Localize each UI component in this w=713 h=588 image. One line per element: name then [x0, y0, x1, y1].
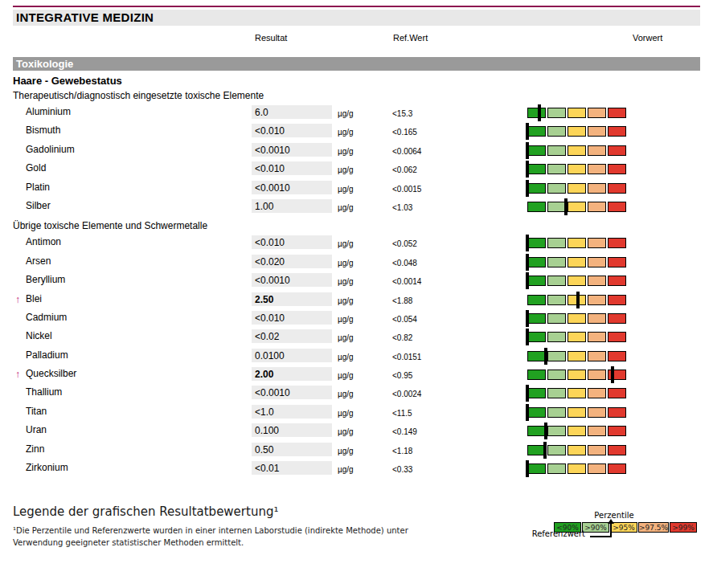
scale-segment — [527, 108, 546, 118]
table-row: ↑ Gadolinium <0.0010 µg/g <0.0064 — [0, 142, 713, 161]
percentile-marker — [526, 329, 529, 345]
scale-segment — [547, 164, 566, 174]
scale-segment — [608, 388, 626, 398]
ref-value: <0.165 — [392, 128, 417, 137]
element-name: Thallium — [26, 386, 62, 398]
legend-footnote-line1: ¹Die Perzentile und Referenzwerte wurden… — [13, 526, 408, 535]
ref-value: <0.0014 — [392, 277, 421, 286]
percentile-bar — [527, 276, 626, 286]
scale-segment — [608, 407, 626, 418]
scale-segment — [547, 313, 566, 324]
section-title-bar: Toxikologie — [13, 57, 700, 71]
unit-label: µg/g — [338, 409, 354, 418]
legend-title: Legende der grafischen Resultatbewertung… — [13, 504, 278, 519]
unit-label: µg/g — [338, 315, 354, 324]
percentile-bar — [527, 202, 626, 212]
scale-segment — [547, 145, 566, 156]
ref-value: <0.0015 — [392, 185, 421, 194]
scale-segment — [568, 463, 586, 474]
percentile-bar — [527, 463, 626, 474]
ref-value: <0.0064 — [392, 147, 421, 156]
column-header-vorwert: Vorwert — [633, 33, 662, 43]
percentile-bar — [527, 332, 626, 342]
elevated-arrow-icon: ↑ — [15, 294, 20, 305]
scale-segment — [588, 295, 606, 305]
ref-value: <0.0024 — [392, 390, 421, 398]
scale-segment — [568, 126, 586, 137]
scale-segment — [568, 164, 586, 174]
scale-segment — [527, 426, 546, 436]
result-value: 6.0 — [252, 105, 332, 119]
element-name: Gadolinium — [26, 144, 75, 155]
result-value: 0.0100 — [252, 349, 332, 362]
legend-segment: >95% — [610, 522, 637, 533]
ref-value: <1.88 — [392, 296, 412, 305]
scale-segment — [547, 463, 566, 474]
table-row: ↑ Uran 0.100 µg/g <0.149 — [0, 423, 713, 441]
percentile-bar — [527, 126, 626, 137]
element-name: Zirkonium — [26, 462, 68, 473]
table-row: ↑ Bismuth <0.010 µg/g <0.165 — [0, 123, 713, 141]
element-name: Antimon — [26, 236, 61, 247]
scale-segment — [608, 164, 626, 174]
unit-label: µg/g — [338, 277, 354, 286]
scale-segment — [527, 295, 546, 305]
scale-segment — [588, 126, 606, 137]
ref-value: <0.062 — [392, 165, 417, 174]
result-value: <0.010 — [252, 161, 332, 175]
page-title: INTEGRATIVE MEDIZIN — [13, 10, 700, 26]
referenzwert-connector-horizontal — [590, 536, 612, 537]
percentile-marker — [544, 423, 547, 439]
percentile-bar — [527, 183, 626, 194]
subsection-title: Haare - Gewebestatus — [0, 75, 713, 90]
unit-label: µg/g — [338, 259, 354, 267]
group-label: Therapeutisch/diagnostisch eingesetzte t… — [0, 90, 713, 104]
unit-label: µg/g — [338, 296, 354, 305]
scale-segment — [527, 332, 546, 342]
scale-segment — [608, 202, 626, 212]
result-value: <1.0 — [252, 405, 332, 419]
unit-label: µg/g — [338, 353, 354, 361]
scale-segment — [568, 426, 586, 436]
scale-segment — [547, 445, 566, 455]
scale-segment — [608, 445, 626, 455]
scale-segment — [527, 145, 546, 156]
result-value: 0.50 — [252, 443, 332, 456]
scale-segment — [547, 426, 566, 436]
group-rows: ↑ Antimon <0.010 µg/g <0.052 ↑ Arsen <0.… — [0, 235, 713, 479]
ref-value: <0.95 — [392, 371, 412, 380]
percentile-marker — [544, 348, 547, 365]
table-row: ↑ Zinn 0.50 µg/g <1.18 — [0, 442, 713, 460]
percentile-bar — [527, 164, 626, 174]
unit-label: µg/g — [338, 147, 354, 156]
result-value: 2.50 — [252, 292, 332, 306]
percentile-bar — [527, 257, 626, 267]
element-name: Arsen — [26, 255, 51, 267]
table-row: ↑ Arsen <0.020 µg/g <0.048 — [0, 254, 713, 272]
element-name: Quecksilber — [26, 368, 76, 379]
elevated-arrow-icon: ↑ — [15, 369, 20, 380]
scale-segment — [527, 257, 546, 267]
scale-segment — [568, 202, 586, 212]
result-value: <0.0010 — [252, 143, 332, 157]
unit-label: µg/g — [338, 185, 354, 194]
scale-segment — [568, 108, 586, 118]
element-name: Aluminium — [26, 106, 71, 117]
ref-value: <0.048 — [392, 259, 417, 267]
result-value: <0.020 — [252, 255, 332, 268]
ref-value: <0.33 — [392, 465, 412, 474]
ref-value: <0.149 — [392, 427, 417, 436]
element-name: Gold — [26, 162, 46, 174]
scale-segment — [588, 238, 606, 248]
ref-value: <0.0151 — [392, 353, 421, 361]
legend-referenzwert-label: Referenzwert — [514, 529, 585, 538]
scale-segment — [568, 351, 586, 361]
percentile-bar — [527, 295, 626, 305]
scale-segment — [547, 388, 566, 398]
ref-value: <1.18 — [392, 447, 412, 455]
table-row: ↑ Blei 2.50 µg/g <1.88 — [0, 292, 713, 310]
element-name: Titan — [26, 406, 47, 417]
scale-segment — [608, 126, 626, 137]
element-name: Platin — [26, 182, 50, 193]
scale-segment — [608, 295, 626, 305]
